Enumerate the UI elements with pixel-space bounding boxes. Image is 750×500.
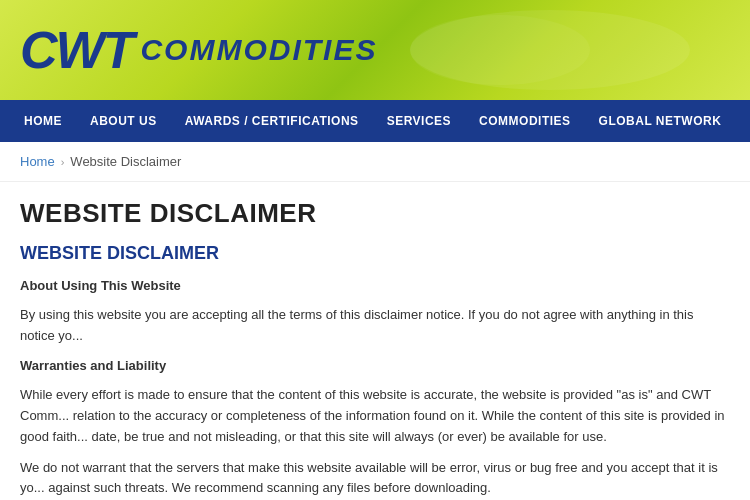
para1-text: By using this website you are accepting … (20, 305, 730, 347)
main-content: WEBSITE DISCLAIMER WEBSITE DISCLAIMER Ab… (0, 182, 750, 500)
page-title: WEBSITE DISCLAIMER (20, 198, 730, 229)
para2-text: While every effort is made to ensure tha… (20, 385, 730, 447)
para1-heading: About Using This Website (20, 276, 730, 297)
nav-item-services[interactable]: SERVICES (373, 100, 465, 142)
logo-commodities: COMMODITIES (140, 33, 377, 67)
para2-heading: Warranties and Liability (20, 356, 730, 377)
para3-text: We do not warrant that the servers that … (20, 458, 730, 500)
breadcrumb-home-link[interactable]: Home (20, 154, 55, 169)
section-title: WEBSITE DISCLAIMER (20, 243, 730, 264)
logo: CWT COMMODITIES (20, 24, 377, 76)
nav-item-global[interactable]: GLOBAL NETWORK (585, 100, 736, 142)
logo-cwt: CWT (20, 24, 132, 76)
breadcrumb-separator: › (61, 156, 65, 168)
breadcrumb-current: Website Disclaimer (70, 154, 181, 169)
nav-item-awards[interactable]: AWARDS / CERTIFICATIONS (171, 100, 373, 142)
header: CWT COMMODITIES (0, 0, 750, 100)
breadcrumb: Home › Website Disclaimer (0, 142, 750, 182)
nav-item-home[interactable]: HOME (10, 100, 76, 142)
nav-item-about[interactable]: ABOUT US (76, 100, 171, 142)
navigation: HOME ABOUT US AWARDS / CERTIFICATIONS SE… (0, 100, 750, 142)
nav-item-login[interactable]: LO... (735, 100, 750, 142)
nav-item-commodities[interactable]: COMMODITIES (465, 100, 585, 142)
